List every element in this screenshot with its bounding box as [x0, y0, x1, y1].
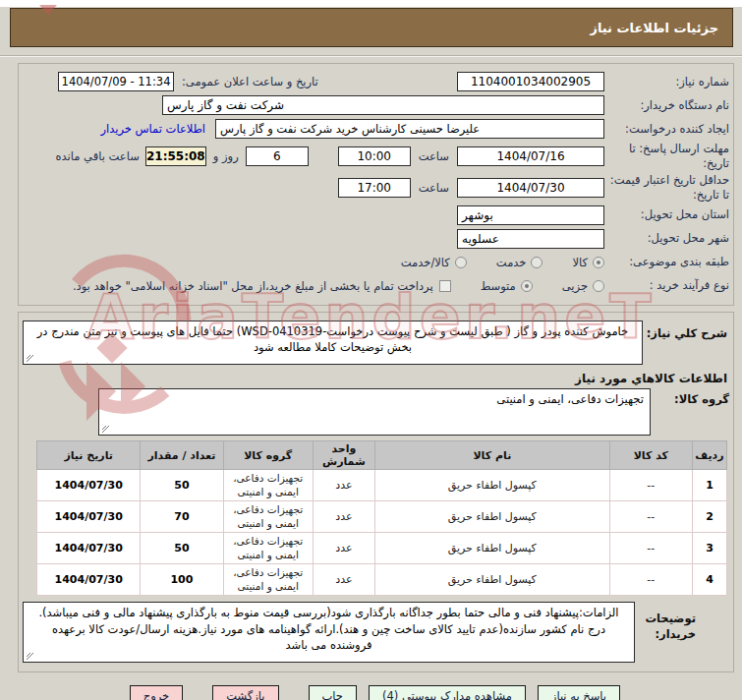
- province-row: استان محل تحويل: بوشهر: [23, 204, 729, 226]
- process-type-row: نوع فرآيند خريد : جزيی متوسط پرداخت تمام…: [23, 275, 729, 297]
- city-row: شهر محل تحويل: عسلویه: [23, 228, 729, 250]
- table-cell: 1404/07/30: [37, 501, 141, 533]
- response-deadline-row: مهلت ارسال پاسخ: تا تاريخ: 1404/07/16 سا…: [23, 142, 729, 171]
- goods-group-textarea[interactable]: تجهیزات دفاعی، ایمنی و امنیتی: [98, 388, 651, 436]
- table-row: 1--کپسول اطفاء حریقعددتجهیزات دفاعی، ایم…: [37, 470, 727, 501]
- table-cell: کپسول اطفاء حریق: [374, 501, 609, 533]
- table-cell: تجهیزات دفاعی، ایمنی و امنیتی: [223, 533, 313, 564]
- response-deadline-date-field[interactable]: 1404/07/16: [457, 146, 604, 166]
- top-strip: [0, 0, 742, 7]
- treasury-payment-checkbox[interactable]: [439, 280, 451, 292]
- table-cell: 1404/07/30: [37, 470, 141, 501]
- price-validity-row: حداقل تاريخ اعتبار قيمت: تا تاريخ: 1404/…: [23, 173, 729, 203]
- table-cell: 100: [141, 564, 223, 596]
- page-title-bar: جزئيات اطلاعات نياز: [10, 8, 733, 47]
- table-cell: 3: [692, 533, 726, 564]
- table-row: 2--کپسول اطفاء حریقعددتجهیزات دفاعی، ایم…: [37, 501, 727, 533]
- table-cell: 70: [141, 501, 223, 533]
- resize-handle-icon[interactable]: [26, 652, 34, 661]
- announce-datetime-label: تاريخ و ساعت اعلان عمومی:: [182, 75, 318, 88]
- response-time-field[interactable]: 10:00: [338, 146, 411, 166]
- buyer-notes-row: توضیحات خریدار: الزامات:پیشنهاد فنی و ما…: [23, 602, 729, 663]
- price-validity-label: حداقل تاريخ اعتبار قيمت: تا تاريخ:: [604, 173, 729, 203]
- request-creator-field[interactable]: علیرضا حسینی کارشناس خرید شرکت نفت و گاز…: [215, 119, 604, 139]
- buyer-notes-textarea[interactable]: الزامات:پیشنهاد فنی و مالی حتما بطور جدا…: [23, 602, 635, 663]
- process-option-minor[interactable]: جزيی: [562, 279, 604, 293]
- buyer-org-field[interactable]: شرکت نفت و گاز پارس: [162, 95, 604, 115]
- table-cell: --: [609, 501, 692, 533]
- classification-option-service[interactable]: خدمت: [496, 256, 543, 269]
- buyer-notes-label: توضیحات خریدار:: [635, 602, 729, 642]
- city-label: شهر محل تحويل:: [604, 231, 729, 246]
- classification-option-goods[interactable]: کالا: [572, 256, 604, 269]
- col-row-number: ردیف: [692, 441, 726, 470]
- goods-panel: شرح کلي نياز: خاموش کننده پودر و گاز ( ط…: [18, 312, 734, 672]
- col-need-date: تاریخ نیاز: [37, 441, 141, 470]
- table-cell: عدد: [313, 501, 374, 533]
- view-attachments-button[interactable]: مشاهده مدارک پيوستي (4): [369, 685, 526, 700]
- table-cell: 1404/07/30: [37, 533, 141, 564]
- col-unit: واحد شمارش: [313, 441, 374, 470]
- treasury-payment-label: پرداخت تمام یا بخشی از مبلغ خرید،از محل …: [73, 279, 433, 293]
- page-title: جزئيات اطلاعات نياز: [590, 21, 718, 35]
- countdown-label: ساعت باقي مانده: [56, 149, 140, 163]
- respond-to-need-button[interactable]: پاسخ به نياز: [538, 685, 620, 700]
- need-description-label: شرح کلي نياز:: [643, 321, 729, 342]
- print-button[interactable]: چاپ: [309, 685, 357, 700]
- exit-button[interactable]: خروج: [130, 685, 183, 700]
- divider: [0, 55, 742, 57]
- response-hour-label: ساعت: [419, 149, 449, 163]
- days-label: روز و: [213, 149, 239, 163]
- need-number-field[interactable]: 1104001034002905: [457, 72, 604, 91]
- process-option-medium[interactable]: متوسط: [481, 279, 533, 293]
- radio-icon[interactable]: [521, 280, 533, 292]
- announce-datetime-field[interactable]: 1404/07/09 - 11:34: [58, 72, 174, 91]
- table-cell: --: [609, 533, 692, 564]
- goods-section-title: اطلاعات کالاهاي مورد نياز: [25, 372, 727, 385]
- table-cell: 2: [692, 501, 726, 533]
- table-cell: عدد: [313, 564, 374, 596]
- table-cell: --: [609, 564, 692, 596]
- price-validity-time-field[interactable]: 17:00: [338, 178, 411, 198]
- table-cell: کپسول اطفاء حریق: [374, 564, 609, 596]
- price-validity-date-field[interactable]: 1404/07/30: [457, 178, 604, 198]
- resize-handle-icon[interactable]: [101, 425, 110, 434]
- need-info-panel: شماره نياز: 1104001034002905 تاريخ و ساع…: [18, 63, 734, 306]
- classification-option-goods-service[interactable]: کالا/خدمت: [401, 256, 467, 269]
- resize-handle-icon[interactable]: [26, 354, 34, 363]
- remaining-days-field[interactable]: 6: [246, 146, 309, 166]
- need-number-label: شماره نياز:: [604, 75, 729, 89]
- table-cell: --: [609, 470, 692, 501]
- buyer-org-row: نام دستگاه خريدار: شرکت نفت و گاز پارس: [23, 94, 729, 116]
- classification-label: طبقه بندی موضوعی:: [604, 255, 729, 269]
- table-cell: عدد: [313, 470, 374, 501]
- buyer-contact-link[interactable]: اطلاعات تماس خريدار: [100, 122, 205, 136]
- classification-row: طبقه بندی موضوعی: کالا خدمت کالا/خدمت: [23, 252, 729, 273]
- back-button[interactable]: بازگشت: [212, 685, 278, 700]
- table-cell: کپسول اطفاء حریق: [374, 533, 609, 564]
- table-cell: 50: [141, 470, 223, 501]
- table-row: 3--کپسول اطفاء حریقعددتجهیزات دفاعی، ایم…: [37, 533, 727, 564]
- price-validity-hour-label: ساعت: [419, 181, 449, 195]
- buyer-org-label: نام دستگاه خريدار:: [604, 98, 729, 113]
- radio-icon[interactable]: [455, 257, 467, 268]
- province-field[interactable]: بوشهر: [457, 205, 604, 225]
- table-cell: کپسول اطفاء حریق: [374, 470, 609, 501]
- radio-icon[interactable]: [531, 257, 542, 268]
- col-group: گروه کالا: [223, 441, 313, 470]
- radio-icon[interactable]: [593, 280, 604, 292]
- goods-table-header-row: ردیف کد کالا نام کالا واحد شمارش گروه کا…: [37, 441, 727, 470]
- city-field[interactable]: عسلویه: [457, 229, 604, 249]
- countdown-field: 21:55:08: [145, 146, 206, 166]
- table-cell: 1: [692, 470, 726, 501]
- request-creator-label: ايجاد کننده درخواست:: [604, 122, 729, 137]
- goods-table-body: 1--کپسول اطفاء حریقعددتجهیزات دفاعی، ایم…: [37, 470, 727, 596]
- table-cell: 50: [141, 533, 223, 564]
- province-label: استان محل تحويل:: [604, 207, 729, 222]
- need-description-row: شرح کلي نياز: خاموش کننده پودر و گاز ( ط…: [23, 321, 729, 365]
- goods-group-row: گروه کالا: تجهیزات دفاعی، ایمنی و امنیتی: [23, 388, 729, 436]
- request-creator-row: ايجاد کننده درخواست: علیرضا حسینی کارشنا…: [23, 118, 729, 140]
- need-description-textarea[interactable]: خاموش کننده پودر و گاز ( طبق لیست و شرح …: [23, 321, 643, 365]
- col-item-code: کد کالا: [609, 441, 692, 470]
- radio-icon[interactable]: [593, 257, 604, 268]
